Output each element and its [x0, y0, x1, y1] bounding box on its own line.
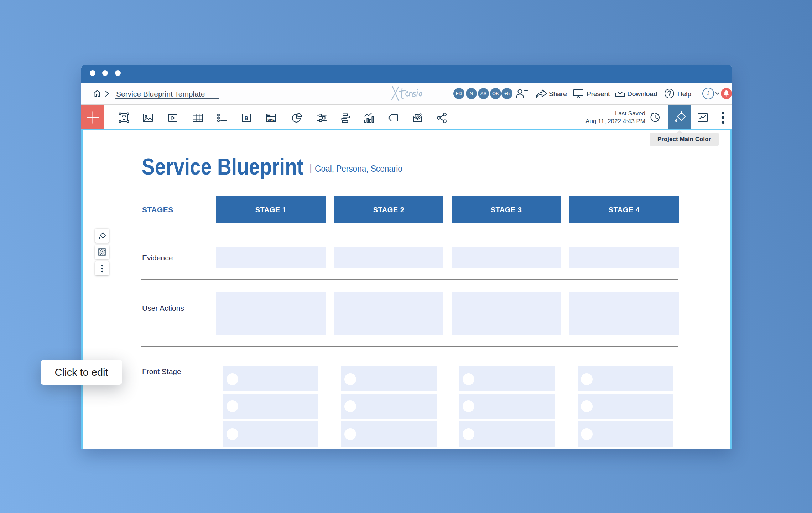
svg-text:B: B [245, 115, 249, 121]
svg-text:URL: URL [267, 118, 275, 121]
